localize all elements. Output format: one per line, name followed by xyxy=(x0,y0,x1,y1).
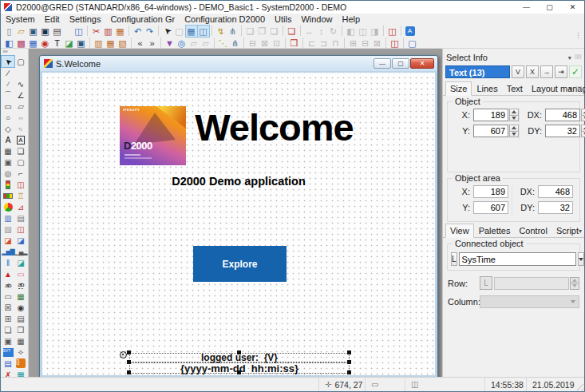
transform-button[interactable]: ▢ xyxy=(174,26,185,37)
text-entry-tool[interactable]: ab xyxy=(2,279,14,291)
rotated-ellipse-tool[interactable]: ○ xyxy=(14,123,27,134)
selection-handle[interactable] xyxy=(347,360,351,364)
flip-horizontal-button[interactable]: ↔ xyxy=(304,26,315,37)
menu-settings[interactable]: Settings xyxy=(65,14,106,25)
selection-handle[interactable] xyxy=(127,360,131,364)
selection-handle[interactable] xyxy=(347,370,351,374)
l-reference-button[interactable]: L xyxy=(451,252,457,266)
save-all-button[interactable]: ▣ xyxy=(40,26,51,37)
resize-grip[interactable] xyxy=(574,381,583,390)
framed-text-tool[interactable]: A xyxy=(14,134,27,145)
histogram-tool[interactable]: ▁▄▂ xyxy=(14,246,27,257)
filter-button[interactable]: ▼ xyxy=(164,38,176,49)
apply-button[interactable]: ✓ xyxy=(569,65,582,78)
corner-tool[interactable]: ⌐ xyxy=(14,168,27,179)
spin-control-tool[interactable]: ⊞ xyxy=(2,313,14,324)
slider-tool[interactable]: ▨ xyxy=(2,224,14,235)
image-red-tool[interactable]: ◪ xyxy=(2,235,14,246)
tab-view[interactable]: View xyxy=(445,224,474,238)
alarm-tool[interactable]: ▲ xyxy=(2,268,14,279)
new-scheme-button[interactable]: ▯ xyxy=(4,26,15,37)
scheme-window-titlebar[interactable]: S.Welcome — ▢ ✕ xyxy=(40,56,437,71)
tab-size[interactable]: Size xyxy=(445,81,472,96)
align-center-button[interactable]: ◫ xyxy=(358,26,369,37)
zoom-button[interactable]: ◎ xyxy=(176,38,188,49)
color-strip-tool[interactable]: ■ xyxy=(2,190,14,201)
same-height-button[interactable]: ⊐ xyxy=(318,38,330,49)
rotate-button[interactable]: ↻ xyxy=(328,26,339,37)
radio-control-tool[interactable]: ◉ xyxy=(14,302,27,313)
spline-tool[interactable]: ∿ xyxy=(14,78,27,89)
tab-control[interactable]: Control xyxy=(515,224,551,237)
delete-object-tool[interactable]: ✗ xyxy=(2,369,14,377)
menu-system[interactable]: System xyxy=(1,14,40,25)
object-y-spinner[interactable] xyxy=(509,125,519,137)
ungroup-button[interactable]: ❒ xyxy=(257,26,268,37)
paste-special-button[interactable]: ▦ xyxy=(105,38,117,49)
center-v-button[interactable]: ⊟ xyxy=(360,38,371,49)
regroup-button[interactable]: ❏ xyxy=(269,26,280,37)
pause-display-tool[interactable]: ‖ xyxy=(2,257,14,268)
circle-3d-tool[interactable]: ◎ xyxy=(2,168,14,179)
fit-scheme-button[interactable]: ◫ xyxy=(389,38,401,49)
distribute-h-button[interactable]: ⊟ xyxy=(247,38,259,49)
align-left-button[interactable]: ◧ xyxy=(346,26,357,37)
datetime-control-tool[interactable]: ▦ xyxy=(14,291,27,302)
distribute-v-button[interactable]: ⊠ xyxy=(259,38,271,49)
frame-toggle-button[interactable]: ◫ xyxy=(198,26,209,37)
palette-button[interactable]: ▩ xyxy=(16,38,27,49)
value-button[interactable]: V xyxy=(512,65,524,78)
disconnector-tool[interactable]: ◫ xyxy=(14,179,27,190)
panel-grip-icon[interactable]: ⠿⠿ xyxy=(575,54,581,61)
browser-control-tool[interactable]: ▣ xyxy=(2,335,14,346)
line-chart-tool[interactable]: ⊿ xyxy=(14,201,27,212)
object-x-spinner[interactable] xyxy=(509,109,519,121)
menu-utils[interactable]: Utils xyxy=(270,14,296,25)
scheme-view-button[interactable]: A xyxy=(405,26,416,37)
connect-objects-button[interactable]: ↯ xyxy=(215,26,227,37)
object-dy-input[interactable] xyxy=(545,125,580,137)
script-badge-tool[interactable]: SVT xyxy=(2,346,14,358)
target-button[interactable]: ◉ xyxy=(40,38,51,49)
tab-lines[interactable]: Lines xyxy=(472,82,501,95)
monitor-button[interactable]: ▣ xyxy=(76,38,87,49)
center-h-button[interactable]: ⊞ xyxy=(348,38,359,49)
copy-button[interactable]: ▥ xyxy=(103,26,114,37)
group-button[interactable]: ❏ xyxy=(245,26,256,37)
traffic-light-tool[interactable]: ■ xyxy=(2,179,14,190)
eraser-alt-button[interactable]: ▱ xyxy=(200,38,211,49)
teal-grid-tool[interactable]: ▦ xyxy=(14,369,27,377)
flip-vertical-button[interactable]: ↕ xyxy=(316,26,327,37)
explore-button[interactable]: Explore xyxy=(193,246,287,282)
panel-grip-icon[interactable]: ⠿⠿ xyxy=(575,86,582,93)
nodes-button[interactable]: ⋱ xyxy=(218,38,229,49)
menu-configuration-gr[interactable]: Configuration Gr xyxy=(105,14,180,25)
forward-button[interactable]: » xyxy=(147,38,158,49)
collapse-icon[interactable]: ▾ xyxy=(568,54,571,61)
report-tool[interactable]: ▤ xyxy=(2,358,14,369)
paste-link-button[interactable]: ▧ xyxy=(117,38,128,49)
arc-tool[interactable]: ⌒ xyxy=(2,89,14,101)
menu-edit[interactable]: Edit xyxy=(40,14,65,25)
menu-window[interactable]: Window xyxy=(296,14,337,25)
delete-button[interactable]: X xyxy=(526,65,539,78)
image-blue-tool[interactable]: ◪ xyxy=(14,235,27,246)
diamond-tool[interactable]: ◇ xyxy=(2,123,14,134)
meter-tool[interactable]: ▤ xyxy=(14,212,27,224)
open-scheme-button[interactable]: ▱ xyxy=(16,26,27,37)
list-control-tool[interactable]: ▤ xyxy=(14,313,27,324)
structure-button[interactable]: ⋔ xyxy=(227,26,239,37)
window-control-tool[interactable]: ❏ xyxy=(2,324,14,335)
cut-button[interactable]: ✂ xyxy=(91,26,102,37)
object-dx-spinner[interactable] xyxy=(581,109,585,121)
panel-tool[interactable]: ▣ xyxy=(2,156,14,168)
pointer-tool-button[interactable]: ➤ xyxy=(162,26,173,37)
scheme-minimize-button[interactable]: — xyxy=(374,58,391,69)
circle-tool[interactable]: ○ xyxy=(2,112,14,123)
object-dx-input[interactable] xyxy=(545,109,580,121)
selection-handle[interactable] xyxy=(127,350,131,354)
progress-tool[interactable]: ◫ xyxy=(14,224,27,235)
rounded-rect-tool[interactable]: ▢ xyxy=(14,156,27,168)
print-button[interactable]: ▤ xyxy=(52,26,63,37)
next-object-button[interactable]: → xyxy=(540,65,553,78)
